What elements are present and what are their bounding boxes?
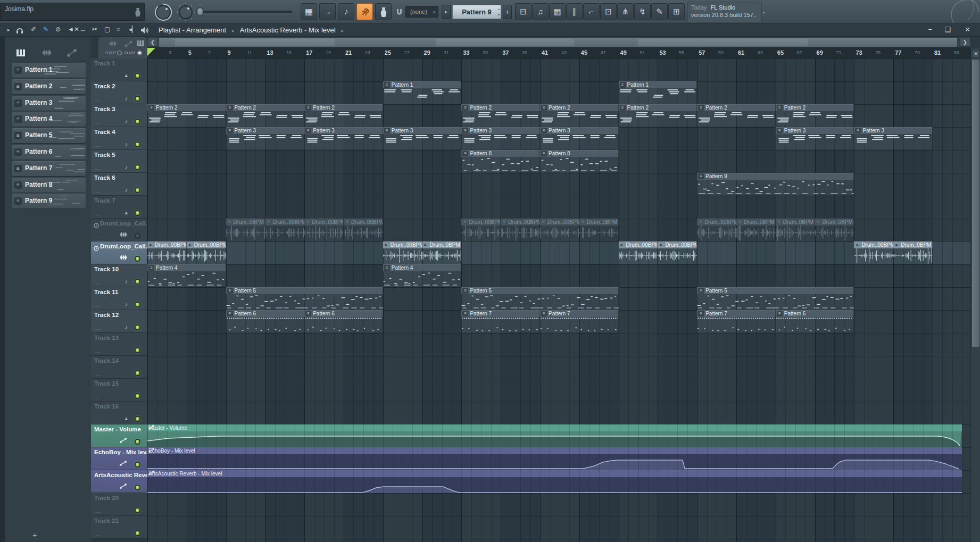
- pattern-clip[interactable]: ≡Pattern 5: [461, 287, 618, 310]
- pattern-clip[interactable]: ≡Pattern 4: [383, 264, 462, 287]
- track-row[interactable]: Track 2 ... ♪: [91, 81, 147, 104]
- slip-tool-icon[interactable]: ✐: [31, 26, 36, 33]
- clip-header[interactable]: ✕Drum..00BPM: [265, 219, 304, 226]
- step-slide-controls[interactable]: STEPSLIDE: [105, 51, 144, 55]
- pattern-clip[interactable]: ≡Pattern 8: [540, 150, 619, 173]
- playback-tool-icon[interactable]: ◂▏: [129, 26, 137, 33]
- clip-header[interactable]: ▸Drum..00BPM: [147, 241, 187, 248]
- slice-tool-icon[interactable]: ✂: [92, 26, 97, 33]
- pattern-clip[interactable]: ≡Pattern 3: [461, 127, 540, 150]
- breadcrumb-playlist[interactable]: Playlist - Arrangement: [159, 26, 226, 34]
- clip-header[interactable]: ≡Pattern 1: [383, 81, 462, 88]
- track-menu-dots[interactable]: ...: [95, 303, 101, 308]
- pattern-clip[interactable]: ≡Pattern 3: [776, 127, 854, 150]
- clip-header[interactable]: ▸Drum..0BPM: [893, 241, 933, 248]
- audio-clip[interactable]: ▸Drum..0BPM: [422, 241, 462, 264]
- track-panel-mini-icons[interactable]: [98, 38, 147, 49]
- track-menu-dots[interactable]: ...: [95, 531, 101, 537]
- clip-header[interactable]: ≡Pattern 3: [540, 127, 619, 134]
- clip-header[interactable]: ▸Drum..00BPM: [658, 241, 697, 248]
- track-row[interactable]: ArtsAcoustic Reve.. ...: [91, 470, 147, 493]
- track-enable-led[interactable]: [135, 439, 140, 445]
- track-menu-dots[interactable]: ...: [95, 326, 101, 331]
- audio-clip[interactable]: ✕Drum..0BPM: [815, 219, 854, 241]
- pattern-clip[interactable]: ≡Pattern 9: [697, 173, 854, 196]
- mixer-icon[interactable]: ∥: [566, 3, 583, 20]
- track-enable-led[interactable]: [135, 256, 140, 262]
- add-track-button[interactable]: +: [32, 530, 37, 539]
- track-row[interactable]: DrumLoop_Call.. ...: [91, 241, 147, 264]
- track-row[interactable]: Track 7 ... ▴: [91, 196, 147, 219]
- clip-header[interactable]: ≡Pattern 6: [776, 310, 854, 317]
- clip-header[interactable]: ✕Drum..00BPM: [304, 219, 344, 226]
- track-type-icon[interactable]: [119, 483, 128, 490]
- panel-picker-icon[interactable]: ⊟: [515, 3, 531, 20]
- pattern-clip[interactable]: ≡Pattern 5: [697, 287, 854, 310]
- clip-header[interactable]: ≡Pattern 7: [697, 310, 776, 317]
- track-enable-led[interactable]: [135, 485, 140, 490]
- audio-clip[interactable]: ▸Drum..00BPM: [187, 241, 226, 264]
- track-type-icon[interactable]: ♪: [125, 141, 128, 147]
- timeline-ruler[interactable]: 3579111315171921232527293133353739414345…: [147, 48, 970, 59]
- pattern-prev-button[interactable]: ▸: [442, 5, 451, 19]
- audio-clip[interactable]: ▸Drum..00BPM: [383, 241, 422, 264]
- track-type-icon[interactable]: ▴: [124, 72, 128, 79]
- pattern-clip[interactable]: ≡Pattern 7: [540, 310, 619, 333]
- clip-header[interactable]: ≡Pattern 2: [226, 104, 305, 111]
- audio-clip[interactable]: ▸Drum..0BPM: [893, 241, 933, 264]
- step-piano-toggle-icon[interactable]: ▦: [301, 3, 317, 20]
- audio-clip[interactable]: ✕Drum..00BPM: [304, 219, 344, 241]
- track-enable-led[interactable]: [135, 302, 140, 307]
- minimize-button[interactable]: −: [928, 26, 932, 34]
- pattern-clip[interactable]: ≡Pattern 2: [619, 104, 697, 127]
- track-menu-dots[interactable]: ...: [95, 211, 101, 216]
- mute-tool-icon[interactable]: ◄✕: [68, 26, 79, 33]
- audio-clip[interactable]: ✕Drum..00BPM: [697, 219, 736, 241]
- detach-play-icon[interactable]: ▸: [7, 27, 10, 32]
- pattern-spinner[interactable]: ▴▾: [498, 6, 500, 18]
- track-row[interactable]: Track 12 ... ♪: [91, 310, 147, 333]
- pattern-list-item[interactable]: ≡ Pattern 2: [12, 79, 86, 94]
- pages-icon[interactable]: ⊡: [600, 3, 617, 20]
- track-enable-led[interactable]: [135, 96, 140, 102]
- clip-header[interactable]: ✕Drum..00BPM: [344, 219, 383, 226]
- track-row[interactable]: DrumLoop_Call.. ...: [91, 219, 147, 241]
- pattern-clip[interactable]: ≡Pattern 8: [461, 150, 540, 173]
- clip-header[interactable]: ≡Pattern 8: [461, 150, 540, 157]
- news-panel[interactable]: Today FL Studio version 20.8.3 build 157…: [687, 2, 762, 22]
- shuffle-slider[interactable]: [196, 11, 293, 13]
- track-row[interactable]: EchoBoy - Mix lev.. ...: [91, 447, 147, 470]
- track-menu-dots[interactable]: ...: [95, 394, 101, 399]
- track-type-icon[interactable]: ♪: [125, 324, 128, 330]
- audio-clip[interactable]: ✕Drum..00BPM: [344, 219, 383, 241]
- track-type-icon[interactable]: ▴: [124, 209, 128, 216]
- track-type-icon[interactable]: ♪: [125, 278, 128, 285]
- clip-header[interactable]: ▸Drum..00BPM: [187, 241, 226, 248]
- audio-clip[interactable]: ✕Drum..0BPM: [776, 219, 815, 241]
- mic-vase-icon[interactable]: [375, 3, 392, 20]
- news-arrow-icon[interactable]: ▸: [763, 10, 766, 15]
- track-type-icon[interactable]: ♪: [125, 187, 128, 193]
- pattern-list-item[interactable]: ≡ Pattern 6: [12, 145, 86, 160]
- clip-header[interactable]: ✕Drum..0BPM: [736, 219, 776, 226]
- automation-clip[interactable]: EchoBoy - Mix level: [147, 447, 962, 470]
- pattern-selector[interactable]: Pattern 9 ▴▾: [452, 5, 501, 19]
- clip-header[interactable]: ≡Pattern 2: [461, 104, 540, 111]
- track-menu-dots[interactable]: ...: [95, 143, 101, 148]
- paint-tool-icon[interactable]: ✎: [43, 26, 48, 33]
- track-menu-dots[interactable]: ...: [95, 120, 101, 125]
- pattern-list-item[interactable]: ≡ Pattern 7: [12, 161, 86, 176]
- shuffle-slider-thumb[interactable]: [197, 7, 203, 16]
- audio-clip[interactable]: ✕Drum..00BPM: [265, 219, 304, 241]
- note-glide-icon[interactable]: ♪: [338, 3, 354, 20]
- track-menu-dots[interactable]: ...: [95, 188, 101, 194]
- pattern-clip[interactable]: ≡Pattern 3: [304, 127, 383, 150]
- audio-clip[interactable]: ✕Drum..00BPM: [540, 219, 579, 241]
- track-row[interactable]: Track 20 ...: [91, 493, 147, 516]
- track-enable-led[interactable]: [135, 210, 140, 216]
- plugin-icon[interactable]: ⋔: [617, 3, 634, 20]
- track-row[interactable]: Track 14 ...: [91, 356, 147, 379]
- track-row[interactable]: Track 11 ... ♪: [91, 287, 147, 310]
- pattern-list-item[interactable]: ≡ Pattern 9: [12, 194, 86, 209]
- shop-cart-icon[interactable]: ⊞: [668, 3, 685, 20]
